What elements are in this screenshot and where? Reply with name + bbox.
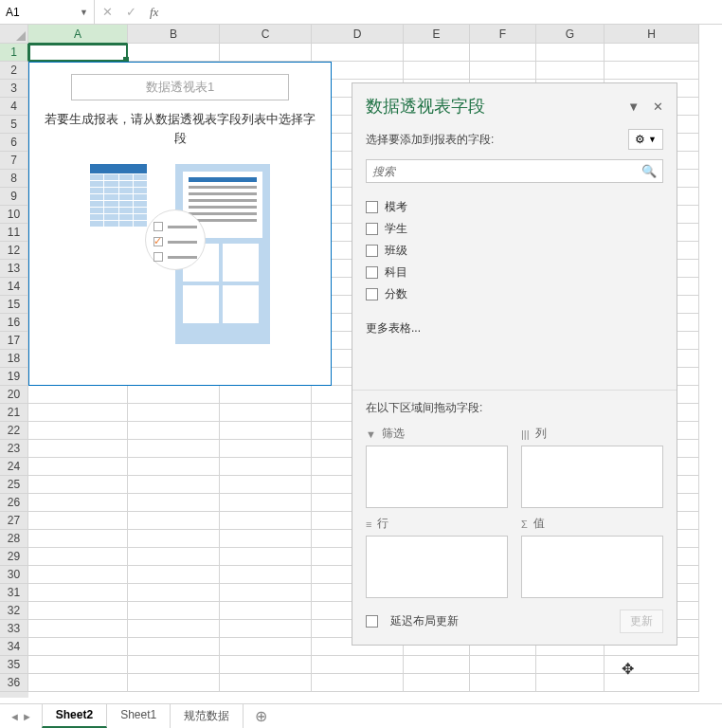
cell[interactable] xyxy=(28,422,128,440)
cell[interactable] xyxy=(312,44,404,62)
cell[interactable] xyxy=(28,404,128,422)
column-header[interactable]: E xyxy=(404,25,470,44)
cell[interactable] xyxy=(220,620,312,638)
row-header[interactable]: 19 xyxy=(0,368,28,386)
values-drop-zone[interactable] xyxy=(521,536,663,598)
cell[interactable] xyxy=(28,386,128,404)
filter-area[interactable]: ▼筛选 xyxy=(366,426,508,508)
row-header[interactable]: 2 xyxy=(0,62,28,80)
cell[interactable] xyxy=(128,674,220,692)
cell[interactable] xyxy=(605,656,699,674)
row-header[interactable]: 26 xyxy=(0,494,28,512)
tab-scroll-right-icon[interactable]: ► xyxy=(22,711,32,722)
row-header[interactable]: 32 xyxy=(0,602,28,620)
row-header[interactable]: 1 xyxy=(0,44,28,62)
cell[interactable] xyxy=(28,548,128,566)
cell[interactable] xyxy=(312,674,404,692)
cell[interactable] xyxy=(220,674,312,692)
cell[interactable] xyxy=(404,674,470,692)
row-header[interactable]: 20 xyxy=(0,386,28,404)
cell[interactable] xyxy=(28,440,128,458)
cell[interactable] xyxy=(128,584,220,602)
field-item[interactable]: 学生 xyxy=(366,218,663,240)
cell[interactable] xyxy=(28,584,128,602)
cell[interactable] xyxy=(28,602,128,620)
cell[interactable] xyxy=(536,62,605,80)
cell[interactable] xyxy=(28,512,128,530)
cell[interactable] xyxy=(220,656,312,674)
cell[interactable] xyxy=(28,656,128,674)
row-header[interactable]: 36 xyxy=(0,674,28,692)
field-item[interactable]: 科目 xyxy=(366,262,663,283)
cell[interactable] xyxy=(28,620,128,638)
cell[interactable] xyxy=(470,656,536,674)
defer-layout-checkbox[interactable]: 延迟布局更新 xyxy=(366,613,459,629)
cell[interactable] xyxy=(536,656,605,674)
row-header[interactable]: 30 xyxy=(0,566,28,584)
more-tables-link[interactable]: 更多表格... xyxy=(352,311,677,346)
rows-drop-zone[interactable] xyxy=(366,536,508,598)
cell[interactable] xyxy=(128,404,220,422)
cell[interactable] xyxy=(220,566,312,584)
cell[interactable] xyxy=(220,458,312,476)
row-header[interactable]: 22 xyxy=(0,422,28,440)
cell[interactable] xyxy=(220,494,312,512)
field-item[interactable]: 分数 xyxy=(366,283,663,305)
cell[interactable] xyxy=(28,494,128,512)
cell[interactable] xyxy=(536,674,605,692)
column-header[interactable]: C xyxy=(220,25,312,44)
column-header[interactable]: B xyxy=(128,25,220,44)
cell[interactable] xyxy=(128,656,220,674)
cell[interactable] xyxy=(470,674,536,692)
cell[interactable] xyxy=(128,386,220,404)
cell[interactable] xyxy=(220,476,312,494)
cell[interactable] xyxy=(128,566,220,584)
update-button[interactable]: 更新 xyxy=(620,610,663,633)
name-box-dropdown-icon[interactable]: ▼ xyxy=(80,8,88,17)
column-header[interactable]: F xyxy=(470,25,536,44)
cell[interactable] xyxy=(220,602,312,620)
cell[interactable] xyxy=(128,548,220,566)
cell[interactable] xyxy=(28,44,128,62)
columns-area[interactable]: |||列 xyxy=(521,426,663,508)
row-header[interactable]: 16 xyxy=(0,314,28,332)
row-header[interactable]: 33 xyxy=(0,620,28,638)
cell[interactable] xyxy=(220,512,312,530)
cell[interactable] xyxy=(128,620,220,638)
row-header[interactable]: 21 xyxy=(0,404,28,422)
sheet-tab[interactable]: Sheet1 xyxy=(107,704,171,728)
row-header[interactable]: 28 xyxy=(0,530,28,548)
sheet-tab[interactable]: Sheet2 xyxy=(42,703,107,728)
row-header[interactable]: 15 xyxy=(0,296,28,314)
row-header[interactable]: 34 xyxy=(0,638,28,656)
cell[interactable] xyxy=(128,440,220,458)
select-all-button[interactable] xyxy=(0,25,28,44)
rows-area[interactable]: ≡行 xyxy=(366,516,508,598)
cell[interactable] xyxy=(605,62,699,80)
cell[interactable] xyxy=(404,44,470,62)
cell[interactable] xyxy=(470,62,536,80)
fx-icon[interactable]: fx xyxy=(150,5,158,20)
cell[interactable] xyxy=(128,602,220,620)
row-header[interactable]: 27 xyxy=(0,512,28,530)
cell[interactable] xyxy=(28,458,128,476)
cell[interactable] xyxy=(605,44,699,62)
row-header[interactable]: 13 xyxy=(0,260,28,278)
close-icon[interactable]: ✕ xyxy=(653,100,663,114)
field-search-box[interactable]: 🔍 xyxy=(366,159,663,183)
row-header[interactable]: 4 xyxy=(0,98,28,116)
sheet-tab[interactable]: 规范数据 xyxy=(171,704,244,728)
cell[interactable] xyxy=(220,386,312,404)
cell[interactable] xyxy=(220,584,312,602)
row-header[interactable]: 6 xyxy=(0,134,28,152)
row-header[interactable]: 7 xyxy=(0,152,28,170)
name-box[interactable]: ▼ xyxy=(0,0,95,24)
cell[interactable] xyxy=(220,548,312,566)
row-header[interactable]: 5 xyxy=(0,116,28,134)
row-header[interactable]: 12 xyxy=(0,242,28,260)
row-header[interactable]: 9 xyxy=(0,188,28,206)
row-header[interactable]: 25 xyxy=(0,476,28,494)
panel-menu-icon[interactable]: ▼ xyxy=(627,100,640,114)
values-area[interactable]: Σ值 xyxy=(521,516,663,598)
search-icon[interactable]: 🔍 xyxy=(641,164,657,178)
